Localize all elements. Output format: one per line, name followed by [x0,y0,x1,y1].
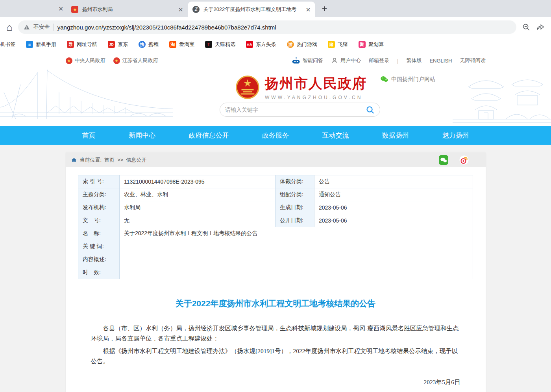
bookmark-icon: ≡ [26,41,33,48]
national-emblem [235,75,260,99]
meta-label: 主题分类: [78,188,120,201]
bookmark-icon: 东方 [246,41,253,48]
article-title: 关于2022年度扬州市水利工程文明工地考核结果的公告 [66,298,486,309]
tab-title: 扬州市水利局 [82,6,174,13]
meta-label: 关 键 词: [78,240,120,253]
table-row: 发布机构: 水利局 生成日期: 2023-05-06 [78,201,473,214]
tab-close-icon[interactable]: ✕ [306,7,311,13]
meta-value: 水利局 [120,201,276,214]
share-icon[interactable] [536,23,545,31]
content-card: 当前位置: 首页 >> 信息公开 索 引 号: 1132100001440709… [66,153,486,392]
not-secure-warning-icon [24,24,30,30]
meta-label: 名 称: [78,227,120,240]
tab-announcement-active[interactable]: Z 关于2022年度扬州市水利工程文明工地考 ✕ [188,2,315,17]
table-row: 文 号: 无 公开日期: 2023-05-06 [78,214,473,227]
meta-value: 11321000014407098E-2023-095 [120,175,276,188]
overflow-tab-close-icon[interactable]: ✕ [58,6,63,12]
mail-login-link[interactable]: 邮箱登录 [369,57,389,64]
traditional-chinese-link[interactable]: 繁体版 [406,57,422,64]
table-row: 内容概述: [78,253,473,266]
bookmark-item[interactable]: JD京东 [108,41,128,48]
meta-label: 发布机构: [78,201,120,214]
meta-label: 组配分类: [276,188,314,201]
bookmark-item[interactable]: T天猫精选 [205,41,235,48]
site-domain: WWW.YANGZHOU.GOV.CN [265,95,367,100]
search-icon[interactable] [366,105,375,114]
bridge-line-art [0,69,173,126]
bookmark-item[interactable]: 东方东方头条 [246,41,276,48]
meta-value [120,266,473,279]
nav-item-info-disclosure[interactable]: 政府信息公开 [189,131,229,140]
bookmark-label: 新机手册 [36,41,56,48]
robot-icon [292,57,300,65]
english-link[interactable]: ENGLISH [429,58,452,64]
wechat-icon [380,75,388,83]
link-jiangsu-government[interactable]: ★ 江苏省人民政府 [113,57,158,64]
link-central-government[interactable]: ★ 中央人民政府 [66,57,105,64]
meta-label: 公开日期: [276,214,314,227]
site-brand[interactable]: 扬州市人民政府 WWW.YANGZHOU.GOV.CN [235,74,367,100]
bookmark-item[interactable]: 导网址导航 [67,41,97,48]
address-bar[interactable]: 不安全 yangzhou.gov.cn/yzszxxgk/slj/202305/… [18,20,516,34]
search-input[interactable] [225,107,366,113]
bookmark-item[interactable]: 游热门游戏 [287,41,317,48]
meta-value [120,253,473,266]
link-label: ENGLISH [429,58,452,64]
page-main: 当前位置: 首页 >> 信息公开 索 引 号: 1132100001440709… [0,145,551,392]
bookmark-label: 天猫精选 [215,41,235,48]
nav-item-data[interactable]: 数据扬州 [382,131,409,140]
bookmark-item[interactable]: ≡新机手册 [26,41,56,48]
meta-value: 农业、林业、水利 [120,188,276,201]
tab-yangzhou-water-bureau[interactable]: ★ 扬州市水利局 ✕ [67,2,188,17]
url-divider [54,24,54,31]
table-row: 索 引 号: 11321000014407098E-2023-095 体裁分类:… [78,175,473,188]
meta-label: 内容概述: [78,253,120,266]
accessibility-link[interactable]: 无障碍阅读 [460,57,486,64]
link-label: 邮箱登录 [369,57,389,64]
portal-wechat-link[interactable]: 中国扬州门户网站 [380,75,435,83]
link-label: 繁体版 [406,57,422,64]
site-title: 扬州市人民政府 [265,74,367,93]
weibo-share-icon[interactable] [459,155,469,165]
nav-item-news[interactable]: 新闻中心 [129,131,155,140]
bookmark-item[interactable]: 聚聚划算 [359,41,384,48]
bookmark-icon: 猪 [328,41,335,48]
browser-toolbar: ⌂ 不安全 yangzhou.gov.cn/yzszxxgk/slj/20230… [0,17,551,37]
nav-item-charm[interactable]: 魅力扬州 [442,131,469,140]
url-text: yangzhou.gov.cn/yzszxxgk/slj/202305/210c… [57,24,276,31]
tab-close-icon[interactable]: ✕ [178,7,183,13]
zoom-out-icon[interactable] [522,23,531,31]
home-icon[interactable]: ⌂ [6,22,13,32]
bookmark-item[interactable]: 猪飞猪 [328,41,348,48]
new-tab-button[interactable]: + [322,4,327,13]
meta-value [120,240,473,253]
link-label: 无障碍阅读 [460,57,486,64]
bookmark-item[interactable]: 淘爱淘宝 [169,41,194,48]
breadcrumb-current-link[interactable]: 信息公开 [126,156,146,164]
link-label: 中央人民政府 [75,57,105,64]
meta-label: 索 引 号: [78,175,120,188]
nav-item-home[interactable]: 首页 [82,131,96,140]
article-paragraph: 根据《扬州市水利工程文明工地建设管理办法》（扬水规[2019]1号），2022年… [91,346,460,366]
user-center-link[interactable]: 用户中心 [331,57,361,64]
breadcrumb-separator: >> [117,157,123,163]
portal-label: 中国扬州门户网站 [391,76,435,83]
bookmark-label: 热门游戏 [297,41,317,48]
bookmark-item[interactable]: 携携程 [139,41,159,48]
bookmark-item[interactable]: 机书签 [0,41,15,48]
meta-value: 关于2022年度扬州市水利工程文明工地考核结果的公告 [120,227,473,240]
nav-item-services[interactable]: 政务服务 [262,131,289,140]
bookmark-label: 飞猪 [338,41,348,48]
bookmark-icon: 游 [287,41,294,48]
meta-value: 公告 [314,175,473,188]
breadcrumb-home-link[interactable]: 首页 [104,156,115,164]
bookmark-label: 携程 [148,41,159,48]
nav-item-interaction[interactable]: 互动交流 [322,131,349,140]
meta-label: 体裁分类: [276,175,314,188]
bookmark-icon: JD [108,41,115,48]
bookmark-icon: 聚 [359,41,366,48]
bookmark-label: 京东 [118,41,128,48]
bookmark-icon: T [205,41,212,48]
smart-qa-link[interactable]: 智能问答 [292,57,323,65]
wechat-share-icon[interactable] [439,155,448,165]
